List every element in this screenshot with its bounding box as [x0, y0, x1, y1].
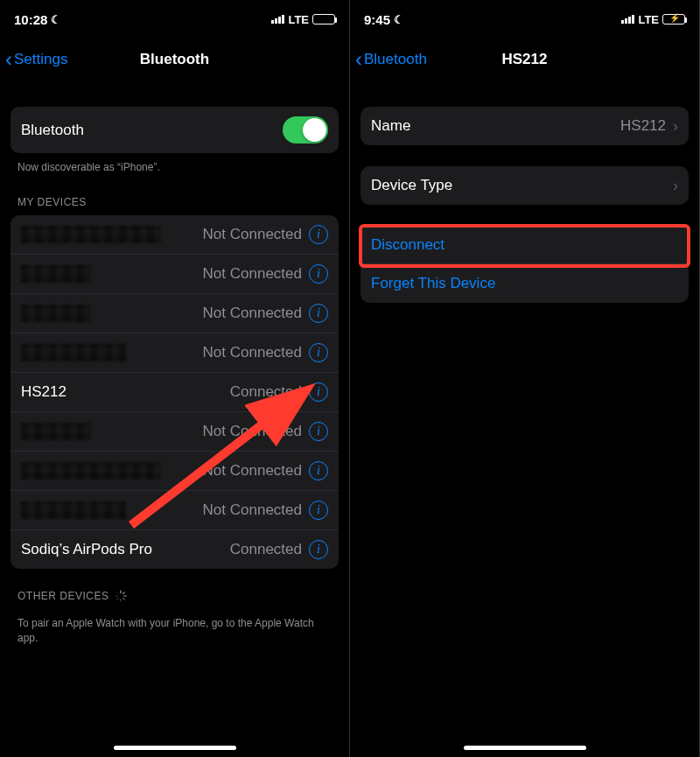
- info-icon[interactable]: i: [309, 501, 328, 520]
- home-indicator[interactable]: [464, 746, 586, 750]
- chevron-right-icon: ›: [673, 177, 678, 195]
- svg-line-5: [116, 598, 118, 599]
- battery-charging-icon: ⚡: [662, 14, 685, 25]
- do-not-disturb-icon: ☾: [394, 13, 404, 26]
- chevron-left-icon: ‹: [355, 47, 362, 72]
- device-status: Not Connected: [203, 226, 302, 243]
- battery-icon: [312, 14, 335, 25]
- svg-line-1: [122, 592, 124, 593]
- name-value: HS212: [620, 117, 666, 135]
- info-icon[interactable]: i: [309, 343, 328, 362]
- device-name-redacted: [21, 423, 91, 440]
- signal-icon: [621, 15, 634, 24]
- home-indicator[interactable]: [114, 746, 236, 750]
- forget-device-button[interactable]: Forget This Device: [360, 264, 689, 303]
- status-bar: 9:45 ☾ LTE ⚡: [350, 0, 699, 39]
- disconnect-button[interactable]: Disconnect: [360, 226, 689, 264]
- back-label: Settings: [14, 51, 67, 68]
- device-name-redacted: [21, 501, 126, 519]
- device-row[interactable]: Not Connected i: [10, 452, 339, 491]
- device-status: Not Connected: [203, 462, 302, 480]
- status-bar: 10:28 ☾ LTE: [0, 0, 349, 39]
- discoverable-text: Now discoverable as “iPhone”.: [10, 153, 339, 175]
- info-icon[interactable]: i: [309, 540, 328, 559]
- device-status: Not Connected: [203, 265, 302, 283]
- device-row[interactable]: Not Connected i: [10, 412, 339, 452]
- info-icon[interactable]: i: [309, 225, 328, 244]
- device-status: Not Connected: [203, 423, 302, 440]
- chevron-left-icon: ‹: [5, 47, 12, 72]
- device-type-row[interactable]: Device Type ›: [360, 166, 689, 205]
- device-status: Not Connected: [203, 501, 302, 519]
- network-label: LTE: [638, 13, 659, 26]
- info-icon[interactable]: i: [309, 422, 328, 441]
- status-time: 10:28: [14, 12, 47, 27]
- device-row-hs212[interactable]: HS212 Connected i: [10, 373, 339, 412]
- back-button[interactable]: ‹ Settings: [5, 47, 67, 72]
- bluetooth-toggle[interactable]: [283, 116, 328, 144]
- network-label: LTE: [288, 13, 309, 26]
- info-icon[interactable]: i: [309, 304, 328, 323]
- phone-right: 9:45 ☾ LTE ⚡ ‹ Bluetooth HS212 Name: [350, 0, 700, 757]
- nav-header: ‹ Settings Bluetooth: [0, 39, 349, 81]
- device-type-label: Device Type: [371, 177, 452, 194]
- name-label: Name: [371, 117, 410, 135]
- device-name-redacted: [21, 265, 91, 283]
- device-status: Not Connected: [203, 344, 302, 361]
- device-name-redacted: [21, 226, 161, 243]
- phone-left: 10:28 ☾ LTE ‹ Settings Bluetooth Bluetoo…: [0, 0, 350, 757]
- name-row[interactable]: Name HS212 ›: [360, 107, 689, 145]
- do-not-disturb-icon: ☾: [51, 13, 61, 26]
- device-status: Connected: [230, 541, 302, 558]
- info-icon[interactable]: i: [309, 264, 328, 284]
- device-row[interactable]: Not Connected i: [10, 215, 339, 255]
- device-name-redacted: [21, 462, 161, 480]
- info-icon[interactable]: i: [309, 461, 328, 480]
- signal-icon: [271, 15, 284, 24]
- back-label: Bluetooth: [364, 51, 427, 68]
- device-row[interactable]: Not Connected i: [10, 491, 339, 530]
- spinner-icon: [115, 590, 127, 602]
- svg-line-7: [116, 592, 118, 593]
- device-row[interactable]: Not Connected i: [10, 294, 339, 333]
- my-devices-list: Not Connected i Not Connected i Not Conn…: [10, 215, 339, 569]
- pairing-hint: To pair an Apple Watch with your iPhone,…: [10, 609, 339, 646]
- device-name: Sodiq’s AirPods Pro: [21, 541, 152, 558]
- page-title: HS212: [502, 51, 548, 68]
- chevron-right-icon: ›: [673, 117, 678, 136]
- bluetooth-toggle-row[interactable]: Bluetooth: [10, 107, 339, 153]
- status-time: 9:45: [364, 12, 390, 27]
- device-row[interactable]: Not Connected i: [10, 255, 339, 294]
- info-icon[interactable]: i: [309, 382, 328, 402]
- my-devices-header: MY DEVICES: [10, 196, 339, 215]
- svg-line-3: [122, 598, 124, 599]
- device-name: HS212: [21, 383, 66, 401]
- page-title: Bluetooth: [140, 51, 209, 68]
- device-row[interactable]: Not Connected i: [10, 333, 339, 373]
- bluetooth-label: Bluetooth: [21, 122, 84, 139]
- device-name-redacted: [21, 305, 91, 322]
- back-button[interactable]: ‹ Bluetooth: [355, 47, 427, 72]
- other-devices-header: OTHER DEVICES: [10, 590, 339, 609]
- nav-header: ‹ Bluetooth HS212: [350, 39, 699, 81]
- device-row-airpods[interactable]: Sodiq’s AirPods Pro Connected i: [10, 530, 339, 569]
- device-status: Not Connected: [203, 305, 302, 322]
- device-status: Connected: [230, 383, 302, 401]
- device-name-redacted: [21, 344, 126, 361]
